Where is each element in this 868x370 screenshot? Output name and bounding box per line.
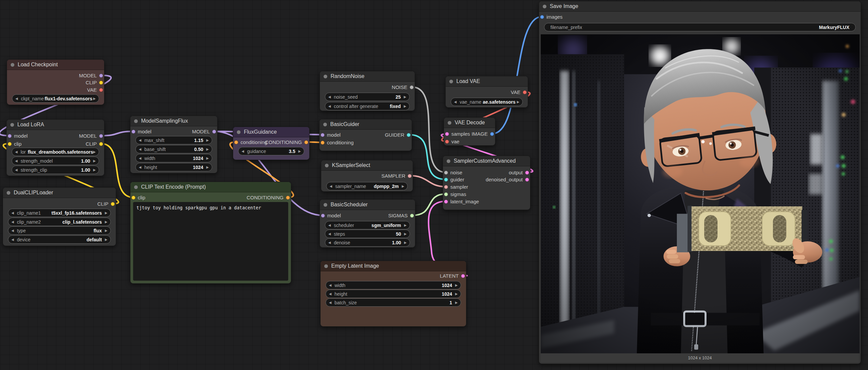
height-widget[interactable]: ◀ height 1024 ▶ bbox=[135, 163, 212, 171]
node-status-dot[interactable] bbox=[323, 203, 327, 207]
node-status-dot[interactable] bbox=[237, 130, 241, 134]
left-arrow-icon[interactable]: ◀ bbox=[15, 168, 18, 172]
node-load-vae[interactable]: Load VAE VAE ◀ vae_name ae.safetensors ▶ bbox=[445, 76, 528, 108]
conditioning-input-slot[interactable] bbox=[320, 141, 324, 145]
right-arrow-icon[interactable]: ▶ bbox=[105, 220, 107, 224]
node-basic-scheduler[interactable]: BasicScheduler model SIGMAS ◀ scheduler … bbox=[319, 199, 415, 248]
node-header[interactable]: BasicScheduler bbox=[320, 200, 415, 210]
node-basic-guider[interactable]: BasicGuider model GUIDER conditioning bbox=[319, 119, 412, 151]
left-arrow-icon[interactable]: ◀ bbox=[11, 229, 14, 232]
node-flux-guidance[interactable]: FluxGuidance conditioning CONDITIONING ◀… bbox=[233, 127, 310, 160]
lora-name-widget[interactable]: ◀ lor ... flux_dreambooth.safetensors ▶ bbox=[12, 148, 99, 156]
ckpt-name-widget[interactable]: ◀ ckpt_name flux1-dev.safetensors ▶ bbox=[12, 94, 99, 103]
latent-output-slot[interactable] bbox=[461, 274, 465, 278]
output-slot[interactable] bbox=[525, 171, 529, 175]
node-empty-latent-image[interactable]: Empty Latent Image LATENT ◀ width 1024 ▶… bbox=[320, 261, 466, 327]
width-widget[interactable]: ◀ width 1024 ▶ bbox=[135, 154, 212, 162]
node-header[interactable]: Empty Latent Image bbox=[320, 261, 466, 271]
left-arrow-icon[interactable]: ◀ bbox=[16, 97, 18, 100]
left-arrow-icon[interactable]: ◀ bbox=[11, 211, 14, 215]
prompt-textarea[interactable]: tjtoy toy holding sparkgpu gpu in a data… bbox=[133, 202, 288, 281]
node-header[interactable]: Load VAE bbox=[446, 76, 528, 87]
model-output-slot[interactable] bbox=[212, 130, 216, 134]
base-shift-widget[interactable]: ◀ base_shift 0.50 ▶ bbox=[135, 145, 212, 153]
node-status-dot[interactable] bbox=[325, 164, 329, 167]
width-widget[interactable]: ◀ width 1024 ▶ bbox=[326, 281, 461, 289]
samples-input-slot[interactable] bbox=[445, 132, 449, 136]
guider-output-slot[interactable] bbox=[407, 133, 411, 137]
right-arrow-icon[interactable]: ▶ bbox=[206, 139, 209, 142]
right-arrow-icon[interactable]: ▶ bbox=[105, 211, 107, 215]
left-arrow-icon[interactable]: ◀ bbox=[454, 100, 457, 104]
clip-name1-widget[interactable]: ◀ clip_name1 t5xxl_fp16.safetensors ▶ bbox=[8, 209, 111, 217]
node-load-lora[interactable]: Load LoRA model MODEL clip CLIP ◀ lor ..… bbox=[6, 119, 104, 176]
conditioning-input-slot[interactable] bbox=[234, 140, 238, 144]
control-after-generate-widget[interactable]: ◀ control after generate fixed ▶ bbox=[325, 102, 410, 110]
right-arrow-icon[interactable]: ▶ bbox=[105, 229, 107, 232]
conditioning-output-slot[interactable] bbox=[286, 196, 290, 200]
node-status-dot[interactable] bbox=[134, 185, 138, 189]
node-header[interactable]: ModelSamplingFlux bbox=[130, 116, 217, 126]
height-widget[interactable]: ◀ height 1024 ▶ bbox=[326, 290, 461, 298]
steps-widget[interactable]: ◀ steps 50 ▶ bbox=[325, 230, 410, 238]
node-status-dot[interactable] bbox=[324, 264, 328, 268]
left-arrow-icon[interactable]: ◀ bbox=[139, 148, 142, 151]
right-arrow-icon[interactable]: ▶ bbox=[206, 148, 209, 151]
sampler-output-slot[interactable] bbox=[408, 174, 412, 178]
left-arrow-icon[interactable]: ◀ bbox=[330, 185, 332, 188]
node-header[interactable]: Load LoRA bbox=[7, 120, 104, 130]
vae-output-slot[interactable] bbox=[99, 88, 103, 92]
right-arrow-icon[interactable]: ▶ bbox=[517, 100, 519, 104]
clip-output-slot[interactable] bbox=[99, 81, 103, 85]
sigmas-output-slot[interactable] bbox=[410, 214, 414, 218]
node-status-dot[interactable] bbox=[134, 119, 138, 123]
model-input-slot[interactable] bbox=[8, 134, 12, 138]
clip-output-slot[interactable] bbox=[99, 142, 103, 146]
vae-input-slot[interactable] bbox=[445, 140, 449, 144]
left-arrow-icon[interactable]: ◀ bbox=[329, 292, 332, 296]
node-header[interactable]: KSamplerSelect bbox=[321, 160, 413, 171]
node-random-noise[interactable]: RandomNoise NOISE ◀ noise_seed 25 ▶ ◀ co… bbox=[319, 71, 415, 111]
noise-output-slot[interactable] bbox=[410, 85, 414, 89]
clip-name2-widget[interactable]: ◀ clip_name2 clip_l.safetensors ▶ bbox=[8, 218, 111, 226]
node-vae-decode[interactable]: VAE Decode samples IMAGE vae bbox=[444, 117, 495, 146]
denoise-widget[interactable]: ◀ denoise 1.00 ▶ bbox=[325, 238, 410, 247]
guidance-widget[interactable]: ◀ guidance 3.5 ▶ bbox=[238, 147, 304, 155]
node-status-dot[interactable] bbox=[450, 80, 453, 83]
left-arrow-icon[interactable]: ◀ bbox=[11, 220, 14, 224]
node-header[interactable]: SamplerCustomAdvanced bbox=[443, 156, 530, 166]
model-input-slot[interactable] bbox=[131, 130, 135, 134]
noise-input-slot[interactable] bbox=[444, 171, 448, 175]
right-arrow-icon[interactable]: ▶ bbox=[206, 157, 209, 160]
model-input-slot[interactable] bbox=[321, 214, 325, 218]
left-arrow-icon[interactable]: ◀ bbox=[11, 238, 14, 241]
noise-seed-widget[interactable]: ◀ noise_seed 25 ▶ bbox=[325, 93, 410, 101]
sampler-input-slot[interactable] bbox=[444, 185, 448, 189]
left-arrow-icon[interactable]: ◀ bbox=[328, 95, 331, 99]
clip-input-slot[interactable] bbox=[8, 142, 12, 146]
right-arrow-icon[interactable]: ▶ bbox=[93, 97, 96, 100]
node-save-image[interactable]: Save Image images filename_prefix Markur… bbox=[539, 1, 861, 364]
model-input-slot[interactable] bbox=[320, 133, 324, 137]
strength-clip-widget[interactable]: ◀ strength_clip 1.00 ▶ bbox=[12, 166, 99, 174]
node-header[interactable]: FluxGuidance bbox=[233, 127, 309, 137]
right-arrow-icon[interactable]: ▶ bbox=[455, 292, 458, 296]
node-status-dot[interactable] bbox=[543, 5, 547, 8]
clip-input-slot[interactable] bbox=[131, 196, 135, 200]
node-status-dot[interactable] bbox=[323, 75, 327, 78]
left-arrow-icon[interactable]: ◀ bbox=[328, 105, 331, 108]
latent-image-input-slot[interactable] bbox=[444, 200, 448, 204]
guider-input-slot[interactable] bbox=[444, 178, 448, 182]
right-arrow-icon[interactable]: ▶ bbox=[93, 168, 96, 172]
right-arrow-icon[interactable]: ▶ bbox=[93, 150, 96, 154]
clip-output-slot[interactable] bbox=[111, 202, 115, 206]
right-arrow-icon[interactable]: ▶ bbox=[298, 150, 301, 153]
max-shift-widget[interactable]: ◀ max_shift 1.15 ▶ bbox=[135, 136, 212, 144]
right-arrow-icon[interactable]: ▶ bbox=[404, 224, 407, 227]
right-arrow-icon[interactable]: ▶ bbox=[455, 284, 458, 287]
vae-output-slot[interactable] bbox=[523, 90, 527, 94]
node-graph-canvas[interactable]: { "icons": { "left_arrow": "◀", "right_a… bbox=[0, 0, 868, 370]
left-arrow-icon[interactable]: ◀ bbox=[15, 150, 18, 154]
scheduler-widget[interactable]: ◀ scheduler sgm_uniform ▶ bbox=[325, 221, 410, 229]
image-output-slot[interactable] bbox=[490, 132, 494, 136]
